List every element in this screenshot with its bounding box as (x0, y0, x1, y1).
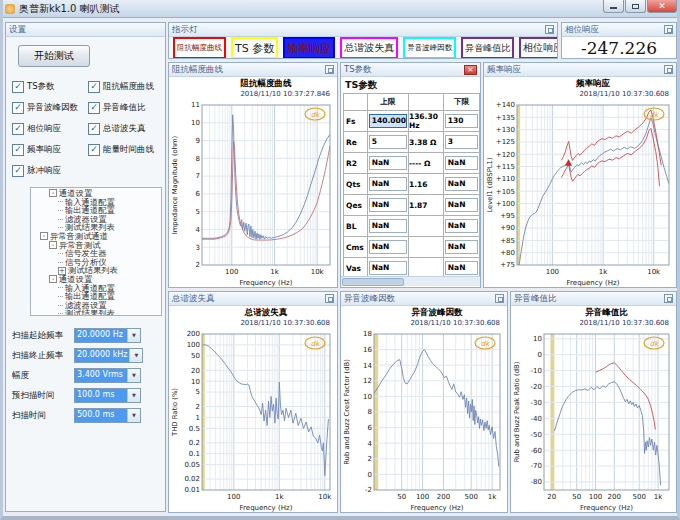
checkbox-label: 频率响应 (27, 144, 61, 156)
ts-lower-limit-input[interactable]: 130 (445, 114, 478, 128)
panel-close-icon[interactable]: ✕ (464, 65, 477, 75)
checkbox-item-3[interactable]: ✓异音峰值比 (88, 102, 164, 114)
svg-text:8: 8 (368, 408, 372, 416)
svg-text:2018/11/10 10:37:30.608: 2018/11/10 10:37:30.608 (579, 319, 669, 327)
panel-options-icon[interactable] (664, 294, 673, 303)
svg-text:20: 20 (191, 367, 200, 375)
ts-lower-limit-input[interactable]: NaN (445, 177, 478, 191)
panel-options-icon[interactable] (495, 294, 504, 303)
impedance-caption: 阻抗幅度曲线 (172, 64, 223, 76)
ts-lower-limit-input[interactable]: NaN (445, 156, 478, 170)
chevron-down-icon[interactable]: ▼ (127, 329, 140, 342)
checkbox-item-8[interactable]: ✓脉冲响应 (12, 165, 88, 177)
param-combobox[interactable]: 20.0000 kHz▼ (74, 348, 143, 363)
maximize-button[interactable] (625, 0, 646, 13)
param-combobox[interactable]: 100.0 ms▼ (74, 388, 141, 403)
ts-upper-limit-input[interactable]: 5 (369, 135, 407, 149)
svg-text:0.2: 0.2 (189, 439, 200, 447)
tree-item-9[interactable]: +测试结果列表 (31, 266, 161, 275)
ts-upper-limit-input[interactable]: NaN (369, 219, 407, 233)
checkbox-item-1[interactable]: ✓阻抗幅度曲线 (88, 81, 164, 93)
svg-text:2: 2 (368, 455, 372, 463)
panel-options-icon[interactable] (325, 65, 334, 74)
collapse-icon[interactable]: - (49, 189, 57, 197)
ts-measured-value (408, 237, 443, 258)
svg-text:Frequency (Hz): Frequency (Hz) (580, 504, 633, 512)
ts-upper-limit-input[interactable]: NaN (369, 240, 407, 254)
checkbox-icon[interactable]: ✓ (12, 123, 24, 135)
checkbox-item-4[interactable]: ✓相位响应 (12, 123, 88, 135)
svg-text:+85: +85 (500, 237, 515, 245)
checkbox-icon[interactable]: ✓ (12, 102, 24, 114)
checkbox-item-0[interactable]: ✓TS参数 (12, 81, 88, 93)
panel-options-icon[interactable] (664, 65, 673, 74)
checkbox-icon[interactable]: ✓ (12, 165, 24, 177)
ts-upper-limit-input[interactable]: NaN (369, 198, 407, 212)
ts-lower-limit-input[interactable]: NaN (445, 261, 478, 275)
ts-upper-limit-input[interactable]: 140.000 (369, 114, 407, 128)
ts-upper-limit-input[interactable]: NaN (369, 156, 407, 170)
panel-options-icon[interactable] (325, 294, 334, 303)
param-value[interactable]: 100.0 ms (75, 389, 127, 402)
svg-text:0.1: 0.1 (189, 450, 200, 458)
collapse-icon[interactable]: - (49, 275, 57, 283)
chevron-down-icon[interactable]: ▼ (127, 369, 140, 382)
svg-text:1k: 1k (654, 493, 663, 501)
param-value[interactable]: 3.400 Vrms (75, 369, 127, 382)
svg-text:0: 0 (368, 471, 372, 479)
ts-lower-limit-input[interactable]: NaN (445, 198, 478, 212)
checkbox-icon[interactable]: ✓ (12, 144, 24, 156)
frequency-response-header: 频率响应 (484, 63, 676, 77)
svg-text:2: 2 (196, 261, 200, 269)
svg-text:Frequency (Hz): Frequency (Hz) (567, 279, 620, 287)
svg-text:Frequency (Hz): Frequency (Hz) (240, 279, 293, 287)
checkbox-icon[interactable]: ✓ (88, 123, 100, 135)
tree-connector (58, 201, 63, 202)
panel-options-icon[interactable] (545, 25, 554, 34)
checkbox-item-5[interactable]: ✓总谐波失真 (88, 123, 164, 135)
panel-options-icon[interactable] (664, 25, 673, 34)
checkbox-label: 能量时间曲线 (103, 144, 154, 156)
param-combobox[interactable]: 20.0000 Hz▼ (74, 328, 141, 343)
param-value[interactable]: 20.0000 Hz (75, 329, 127, 342)
ts-lower-limit-input[interactable]: 3 (445, 135, 478, 149)
param-value[interactable]: 20.0000 kHz (75, 349, 129, 362)
chevron-down-icon[interactable]: ▼ (127, 409, 140, 422)
svg-text:Rub and Buzz Peak Ratio (dB): Rub and Buzz Peak Ratio (dB) (513, 361, 521, 462)
thd-chart: 1001k10k2001005020105210.50.20.10.050.02… (169, 306, 337, 513)
chevron-down-icon[interactable]: ▼ (129, 349, 142, 362)
svg-text:0: 0 (538, 351, 542, 359)
param-combobox[interactable]: 3.400 Vrms▼ (74, 368, 141, 383)
checkbox-item-6[interactable]: ✓频率响应 (12, 144, 88, 156)
tree-item-14[interactable]: 测试结果列表 (31, 309, 161, 316)
scrollbar-thumb[interactable] (342, 278, 404, 286)
minimize-button[interactable] (603, 0, 624, 13)
checkbox-icon[interactable]: ✓ (88, 102, 100, 114)
checkbox-icon[interactable]: ✓ (12, 81, 24, 93)
ts-upper-limit-input[interactable]: NaN (369, 177, 407, 191)
svg-text:4: 4 (196, 226, 201, 234)
collapse-icon[interactable]: - (49, 241, 57, 249)
ts-upper-limit-input[interactable]: NaN (369, 261, 407, 275)
svg-text:7: 7 (196, 172, 200, 180)
close-button[interactable]: ✕ (647, 0, 677, 13)
start-test-button[interactable]: 开始测试 (18, 45, 90, 67)
param-value[interactable]: 500.0 ms (75, 409, 127, 422)
ts-lower-limit-input[interactable]: NaN (445, 219, 478, 233)
param-combobox[interactable]: 500.0 ms▼ (74, 408, 141, 423)
collapse-icon[interactable]: - (40, 232, 48, 240)
chevron-down-icon[interactable]: ▼ (127, 389, 140, 402)
ts-horizontal-scrollbar[interactable] (341, 276, 480, 286)
ts-row-Fs: Fs140.000136.30 Hz130 (344, 111, 480, 132)
checkbox-item-2[interactable]: ✓异音波峰因数 (12, 102, 88, 114)
svg-text:频率响应: 频率响应 (575, 78, 611, 88)
svg-text:Impedance Magnitude (ohm): Impedance Magnitude (ohm) (171, 135, 179, 234)
ts-lower-limit-input[interactable]: NaN (445, 240, 478, 254)
checkbox-item-7[interactable]: ✓能量时间曲线 (88, 144, 164, 156)
svg-text:-70: -70 (531, 462, 542, 470)
svg-text:50: 50 (572, 493, 581, 501)
indicator-light-2: 频率响应 (283, 37, 335, 59)
checkbox-icon[interactable]: ✓ (88, 144, 100, 156)
svg-text:+105: +105 (496, 188, 515, 196)
checkbox-icon[interactable]: ✓ (88, 81, 100, 93)
